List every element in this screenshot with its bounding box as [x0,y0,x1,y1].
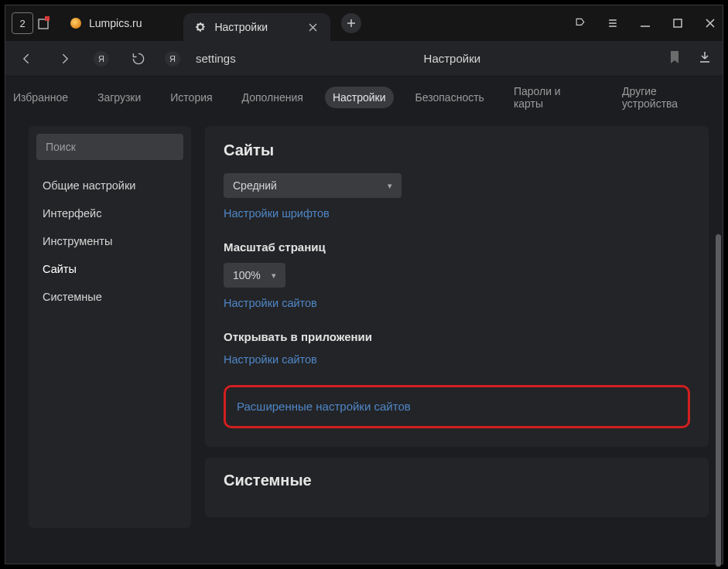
sidebar-item-general[interactable]: Общие настройки [36,172,183,199]
settings-search-input[interactable]: Поиск [36,134,183,160]
address-path[interactable]: settings [196,52,236,65]
sites-heading: Сайты [224,141,690,159]
new-window-icon[interactable] [36,15,52,31]
chevron-down-icon: ▾ [272,271,276,281]
sites-panel: Сайты Средний ▾ Настройки шрифтов Масшта… [205,126,709,447]
svg-rect-2 [674,19,682,27]
settings-sidebar: Поиск Общие настройки Интерфейс Инструме… [29,126,191,528]
cat-addons[interactable]: Дополнения [234,87,311,108]
cat-other-devices[interactable]: Другие устройства [614,80,723,114]
advanced-site-settings-link[interactable]: Расширенные настройки сайтов [237,400,411,413]
sidebar-item-sites[interactable]: Сайты [36,256,183,282]
site-identity-icon[interactable]: Я [165,51,180,66]
font-size-dropdown[interactable]: Средний ▾ [224,173,402,198]
window-maximize-button[interactable] [672,17,684,29]
tab-label: Lumpics.ru [89,17,142,29]
window-minimize-button[interactable] [639,17,651,29]
address-bar: Я Я settings Настройки [5,41,723,77]
address-title: Настройки [251,52,653,65]
download-icon[interactable] [698,50,712,67]
cat-history[interactable]: История [162,87,220,108]
sidebar-item-interface[interactable]: Интерфейс [36,200,183,227]
sidebar-item-system[interactable]: Системные [36,284,183,310]
nav-back-button[interactable] [16,51,38,66]
tab-count-button[interactable]: 2 [12,12,33,34]
open-in-app-label: Открывать в приложении [224,330,690,343]
cat-security[interactable]: Безопасность [408,87,492,108]
font-size-value: Средний [233,179,277,192]
new-tab-button[interactable] [341,13,361,33]
svg-rect-1 [45,16,50,21]
zoom-dropdown[interactable]: 100% ▾ [224,263,285,288]
tab-close-button[interactable] [306,20,320,34]
bookmarks-panel-icon[interactable] [574,17,586,29]
yandex-logo-icon[interactable]: Я [91,51,112,66]
chevron-down-icon: ▾ [388,181,392,191]
zoom-value: 100% [233,269,261,281]
tab-label: Настройки [214,21,268,33]
zoom-settings-link[interactable]: Настройки сайтов [224,297,317,309]
settings-content: Сайты Средний ▾ Настройки шрифтов Масшта… [205,126,713,554]
bookmark-icon[interactable] [668,50,681,67]
zoom-label: Масштаб страниц [224,240,690,254]
advanced-site-settings-highlight: Расширенные настройки сайтов [224,385,690,428]
cat-passwords[interactable]: Пароли и карты [506,80,600,114]
gear-icon [194,21,207,33]
cat-favorites[interactable]: Избранное [5,87,76,108]
browser-window: 2 Lumpics.ru Настройки [5,5,723,564]
tab-settings[interactable]: Настройки [183,13,330,41]
system-heading: Системные [224,472,690,489]
open-in-app-link[interactable]: Настройки сайтов [224,353,317,366]
tab-lumpics[interactable]: Lumpics.ru [60,9,152,37]
cat-downloads[interactable]: Загрузки [90,87,149,108]
nav-reload-button[interactable] [128,51,149,66]
window-controls [574,17,716,29]
site-favicon-icon [70,18,81,29]
settings-category-nav: Избранное Загрузки История Дополнения На… [5,77,723,118]
cat-settings[interactable]: Настройки [325,87,394,108]
menu-icon[interactable] [607,17,619,29]
main-area: Поиск Общие настройки Интерфейс Инструме… [5,118,723,564]
sidebar-item-tools[interactable]: Инструменты [36,228,183,254]
font-settings-link[interactable]: Настройки шрифтов [224,207,330,220]
title-bar: 2 Lumpics.ru Настройки [5,5,723,41]
scrollbar-thumb[interactable] [716,234,721,567]
window-close-button[interactable] [704,17,716,29]
nav-forward-button[interactable] [53,51,75,66]
system-panel: Системные [205,458,709,517]
